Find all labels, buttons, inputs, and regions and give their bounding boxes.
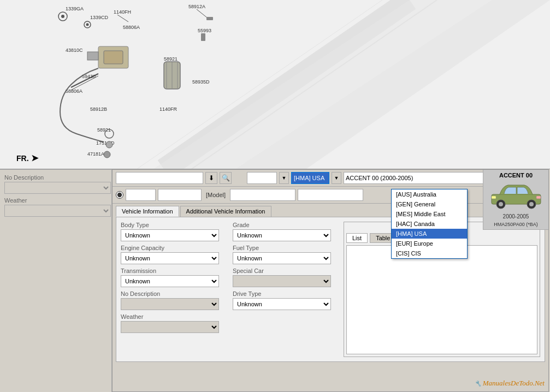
main-panel: ACCENT 00 2000-2005 HMA25 (112, 169, 549, 392)
svg-text:43810C: 43810C (66, 47, 83, 53)
svg-text:58921: 58921 (164, 56, 178, 62)
search-icon: 🔍 (222, 174, 230, 182)
parts-diagram: 1339GA 1339CD 1140FH 58912A 58806A 58806… (33, 3, 350, 167)
region-dropdown: [AUS] Australia [GEN] General [MES] Midd… (391, 189, 468, 259)
weather-label2: Weather (121, 313, 339, 320)
fuel-type-field: Fuel Type Unknown (233, 245, 339, 264)
region-dropdown-arrow[interactable]: ▼ (279, 172, 289, 184)
special-car-label: Special Car (233, 268, 339, 274)
svg-text:58935D: 58935D (192, 79, 210, 85)
fuel-type-label: Fuel Type (233, 245, 339, 251)
search-input[interactable] (116, 172, 203, 184)
special-car-select[interactable] (233, 275, 331, 287)
weather-label: Weather (4, 197, 107, 204)
svg-text:58912A: 58912A (188, 4, 205, 9)
fr-label: FR. ➤ (16, 153, 38, 163)
region-selected[interactable]: [HMA] USA (291, 172, 329, 184)
arrow-icon: ➤ (31, 153, 38, 163)
drive-type-select[interactable]: Unknown (233, 298, 331, 310)
svg-point-38 (106, 141, 113, 148)
small-input2[interactable] (158, 189, 202, 201)
svg-text:47181A: 47181A (87, 151, 104, 157)
transmission-field: Transmission Unknown (121, 268, 227, 287)
svg-text:58912B: 58912B (90, 106, 107, 112)
svg-text:58806A: 58806A (66, 88, 82, 94)
dropdown-item-cis[interactable]: [CIS] CIS (392, 248, 467, 258)
download-button[interactable]: ⬇ (205, 172, 217, 184)
transmission-select[interactable]: Unknown (121, 275, 219, 287)
car-code: HMA250PA00 (*BA) (494, 222, 537, 227)
region-value: [HMA] USA (294, 175, 324, 181)
dropdown-item-hac[interactable]: [HAC] Canada (392, 219, 467, 229)
svg-rect-15 (206, 17, 213, 20)
car-year: 2000-2005 (503, 213, 529, 219)
vehicle-form: Body Type Unknown Grade Unknown E (121, 222, 339, 357)
option-tab-list[interactable]: List (346, 233, 368, 243)
search-button[interactable]: 🔍 (220, 172, 232, 184)
drive-type-label: Drive Type (233, 290, 339, 297)
engine-capacity-label: Engine Capacity (121, 245, 227, 251)
dropdown-item-mes[interactable]: [MES] Middle East (392, 209, 467, 219)
option-codes-content (346, 245, 537, 354)
region-input-text[interactable] (247, 172, 277, 184)
drive-type-field: Drive Type Unknown (233, 290, 339, 310)
svg-point-6 (61, 15, 64, 18)
small-input1[interactable] (126, 189, 156, 201)
model-label: [Model] (204, 192, 228, 198)
svg-text:1140FR: 1140FR (159, 106, 178, 112)
tab-additional[interactable]: Additional Vehicle Information (180, 206, 271, 217)
no-description-label: No Description (4, 174, 107, 181)
weather-select[interactable] (4, 205, 111, 217)
engine-capacity-field: Engine Capacity Unknown (121, 245, 227, 264)
engine-capacity-select[interactable]: Unknown (121, 252, 219, 264)
watermark: 🔧 ManualesDeTodo.Net (475, 379, 545, 388)
grade-field: Grade Unknown (233, 222, 339, 241)
car-image-panel: ACCENT 00 2000-2005 HMA25 (483, 170, 548, 230)
body-type-field: Body Type Unknown (121, 222, 227, 241)
left-panel: No Description Weather (0, 169, 112, 392)
dropdown-item-aus[interactable]: [AUS] Australia (392, 189, 467, 199)
radio-view[interactable] (116, 191, 123, 199)
svg-rect-32 (201, 33, 205, 41)
svg-text:58806A: 58806A (123, 25, 140, 30)
special-car-field: Special Car (233, 268, 339, 287)
transmission-label: Transmission (121, 268, 227, 274)
svg-line-14 (197, 9, 208, 18)
no-description-select2[interactable] (121, 298, 219, 310)
small-input3[interactable] (230, 189, 295, 201)
weather-row: Weather (4, 197, 107, 217)
no-description-label2: No Description (121, 290, 227, 297)
svg-text:1140FH: 1140FH (114, 9, 131, 15)
svg-text:58921: 58921 (97, 127, 111, 133)
grade-label: Grade (233, 222, 339, 228)
svg-rect-17 (104, 51, 123, 64)
tab-vehicle-info[interactable]: Vehicle Information (116, 206, 179, 217)
fr-text: FR. (16, 154, 29, 163)
no-description-row: No Description (4, 174, 107, 194)
svg-point-40 (104, 151, 110, 158)
grade-select[interactable]: Unknown (233, 229, 331, 241)
body-type-label: Body Type (121, 222, 227, 228)
region-dropdown-arrow2[interactable]: ▼ (332, 172, 341, 184)
svg-point-43 (499, 202, 503, 206)
svg-text:1339CD: 1339CD (90, 15, 109, 20)
download-icon: ⬇ (209, 174, 214, 182)
dropdown-item-gen[interactable]: [GEN] General (392, 199, 467, 209)
svg-point-9 (86, 23, 89, 26)
svg-point-45 (529, 202, 534, 206)
no-description-select[interactable] (4, 182, 111, 194)
dropdown-item-eur[interactable]: [EUR] Europe (392, 239, 467, 248)
svg-text:55993: 55993 (198, 28, 211, 33)
dropdown-item-hma[interactable]: [HMA] USA (392, 229, 467, 239)
svg-rect-23 (87, 52, 98, 60)
svg-text:1339GA: 1339GA (66, 6, 84, 11)
svg-rect-47 (536, 196, 541, 199)
body-type-select[interactable]: Unknown (121, 229, 219, 241)
svg-rect-46 (492, 196, 496, 199)
small-input4[interactable] (298, 189, 363, 201)
no-description-field: No Description (121, 290, 227, 310)
weather-select2[interactable] (121, 321, 219, 333)
diagram-area: 1339GA 1339CD 1140FH 58912A 58806A 58806… (0, 0, 550, 169)
fuel-type-select[interactable]: Unknown (233, 252, 331, 264)
svg-line-12 (117, 15, 128, 22)
